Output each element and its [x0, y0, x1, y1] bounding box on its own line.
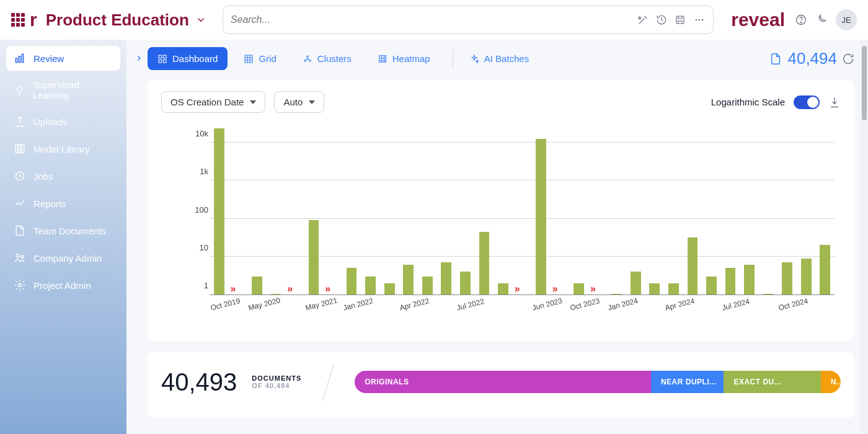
x-tick: Jan 2024: [607, 296, 639, 312]
sidebar-item-team-documents[interactable]: Team Documents: [6, 218, 120, 243]
chart-bar[interactable]: [668, 283, 679, 294]
chart-bar[interactable]: [403, 265, 414, 294]
interval-select[interactable]: Auto: [274, 91, 324, 113]
sidebar-item-review[interactable]: Review: [6, 46, 120, 71]
chart-bar[interactable]: [422, 277, 433, 294]
file-icon: [14, 224, 26, 237]
more-icon[interactable]: [693, 14, 706, 26]
sidebar-item-company-admin[interactable]: Company Admin: [6, 246, 120, 270]
summary-count-label: DOCUMENTS: [252, 374, 301, 382]
tab-label: Clusters: [317, 53, 352, 64]
sidebar-item-label: Team Documents: [33, 226, 106, 236]
grid-icon: [244, 54, 254, 64]
gap-indicator-icon: »: [231, 283, 236, 294]
x-tick: Jul 2022: [456, 297, 485, 312]
svg-point-14: [16, 254, 19, 257]
chart-bar[interactable]: [820, 245, 830, 294]
refresh-icon[interactable]: [842, 53, 854, 65]
chart-bar[interactable]: [214, 128, 224, 294]
chart-bar[interactable]: [384, 283, 395, 294]
tab-ai-batches[interactable]: AI Batches: [459, 47, 539, 70]
heatmap-icon: [378, 54, 388, 64]
segment-originals[interactable]: ORIGINALS: [355, 371, 651, 393]
chart-bar[interactable]: [460, 272, 471, 294]
y-tick: 1k: [184, 167, 208, 176]
chart-bar[interactable]: [574, 283, 584, 294]
collapse-sidebar-button[interactable]: [130, 50, 148, 67]
sidebar-item-reports[interactable]: Reports: [6, 191, 120, 216]
chart-bar[interactable]: [252, 277, 262, 294]
chart-bar[interactable]: [631, 272, 641, 294]
project-chevron-down-icon[interactable]: [193, 12, 209, 28]
chart-bar[interactable]: [536, 139, 546, 294]
date-histogram-chart[interactable]: 1101001k10k»»»»»» Oct 2019May 2020May 20…: [161, 119, 841, 324]
svg-rect-18: [163, 55, 166, 58]
log-scale-toggle[interactable]: [794, 95, 820, 109]
chart-bar[interactable]: [611, 294, 622, 294]
chart-bar[interactable]: [309, 220, 319, 294]
x-tick: May 2021: [304, 296, 339, 312]
people-icon: [14, 252, 26, 264]
chart-bar[interactable]: [801, 259, 812, 294]
tab-dashboard[interactable]: Dashboard: [148, 47, 228, 70]
sidebar-item-model-library[interactable]: Model Library: [6, 136, 120, 161]
search-input[interactable]: [231, 14, 630, 25]
sidebar-item-uploads[interactable]: Uploads: [6, 109, 120, 134]
sidebar: ReviewSupervised LearningUploadsModel Li…: [0, 40, 126, 434]
segment-near-dupli-[interactable]: NEAR DUPLI...: [651, 371, 724, 393]
tab-label: Dashboard: [172, 53, 218, 64]
chart-bar[interactable]: [782, 262, 792, 294]
sidebar-item-project-admin[interactable]: Project Admin: [6, 273, 120, 298]
document-count-value: 40,494: [787, 49, 837, 68]
tab-label: Grid: [259, 53, 276, 64]
tab-grid[interactable]: Grid: [234, 47, 286, 70]
chart-bar[interactable]: [706, 277, 717, 294]
gap-indicator-icon: »: [552, 283, 558, 294]
sidebar-item-label: Jobs: [33, 171, 53, 182]
chart-bar[interactable]: [688, 237, 698, 294]
sidebar-item-supervised-learning[interactable]: Supervised Learning: [6, 73, 120, 107]
sidebar-item-label: Review: [33, 53, 64, 64]
tab-clusters[interactable]: Clusters: [293, 47, 361, 70]
scroll-thumb[interactable]: [862, 46, 867, 120]
x-tick: Jul 2024: [721, 297, 750, 312]
svg-rect-11: [19, 144, 20, 153]
app-launcher-icon[interactable]: [11, 13, 25, 27]
chart-bar[interactable]: [365, 277, 376, 294]
sidebar-item-label: Supervised Learning: [33, 79, 113, 100]
chart-bar[interactable]: [347, 268, 357, 294]
download-icon[interactable]: [828, 96, 841, 108]
avatar[interactable]: JE: [836, 9, 857, 30]
save-icon[interactable]: [675, 14, 686, 25]
scrollbar[interactable]: [861, 40, 868, 434]
gap-indicator-icon: »: [590, 283, 596, 294]
search-box[interactable]: [223, 6, 714, 34]
chart-bar[interactable]: [479, 232, 490, 294]
chart-bar[interactable]: [725, 268, 736, 294]
cluster-icon: [303, 54, 312, 64]
project-name[interactable]: Product Education: [46, 11, 189, 30]
segment-n-[interactable]: N...: [821, 371, 841, 393]
x-tick: Apr 2024: [664, 296, 696, 312]
duplicate-breakdown-bar[interactable]: ORIGINALSNEAR DUPLI...EXACT DU...N...: [355, 371, 841, 393]
x-tick: Jan 2022: [342, 296, 374, 312]
history-icon[interactable]: [656, 14, 667, 25]
chart-bar[interactable]: [498, 283, 508, 294]
chart-bar[interactable]: [649, 283, 660, 294]
moon-icon[interactable]: [815, 14, 827, 26]
sparkle-icon: [469, 54, 479, 64]
help-icon[interactable]: [795, 14, 807, 26]
chart-bar[interactable]: [271, 294, 281, 294]
chart-bar[interactable]: [763, 294, 774, 294]
sidebar-item-jobs[interactable]: Jobs: [6, 164, 120, 188]
segment-exact-du-[interactable]: EXACT DU...: [724, 371, 821, 393]
field-select[interactable]: OS Creation Date: [161, 91, 265, 113]
magic-wand-icon[interactable]: [637, 14, 649, 25]
chart-bar[interactable]: [441, 262, 451, 294]
x-tick: Apr 2022: [399, 296, 430, 312]
document-count: 40,494: [769, 49, 854, 68]
chevron-down-icon: [309, 100, 315, 104]
chart-bar[interactable]: [744, 265, 755, 294]
tab-heatmap[interactable]: Heatmap: [368, 47, 440, 70]
y-tick: 10: [184, 242, 208, 252]
